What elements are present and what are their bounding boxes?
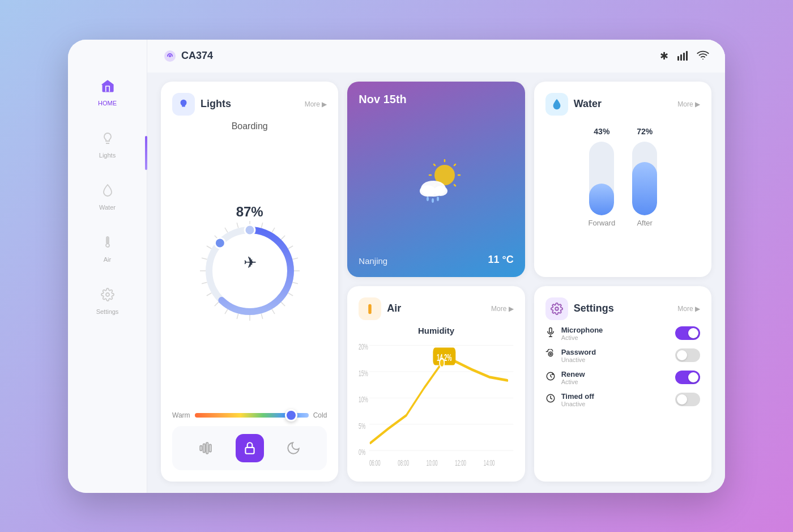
sidebar-item-air[interactable]: Air	[76, 224, 139, 271]
settings-card: Settings More ▶	[534, 286, 711, 482]
weather-icon	[359, 110, 513, 254]
slider-thumb[interactable]	[285, 409, 297, 422]
water-after-label: After	[637, 219, 652, 227]
water-forward-label: Forward	[588, 219, 615, 227]
brand-name: CA374	[181, 50, 213, 62]
air-more[interactable]: More ▶	[491, 305, 514, 313]
lock-button[interactable]	[236, 434, 264, 462]
device-frame: HOME Lights Water	[68, 40, 725, 493]
svg-text:10%: 10%	[359, 394, 368, 404]
svg-line-22	[202, 282, 207, 284]
svg-text:12:00: 12:00	[455, 458, 467, 467]
main-content: CA374 ✱	[147, 40, 725, 493]
color-slider[interactable]: Warm Cold	[172, 411, 327, 419]
svg-point-52	[432, 198, 434, 203]
home-icon	[97, 76, 118, 96]
svg-point-53	[437, 197, 439, 201]
svg-line-25	[206, 246, 211, 249]
sidebar-item-home[interactable]: HOME	[76, 68, 139, 114]
svg-line-27	[225, 227, 228, 232]
sidebar-water-label: Water	[99, 204, 116, 211]
svg-rect-34	[200, 445, 202, 450]
air-icon	[359, 297, 381, 320]
water-title: Water	[574, 98, 602, 110]
water-card: Water More ▶ 43% Forward 72%	[534, 82, 711, 277]
humidity-title: Humidity	[359, 326, 513, 335]
toggle-password: Password Unactive	[545, 348, 700, 363]
water-after-bar: 72% After	[632, 127, 657, 227]
water-after-fill	[632, 162, 657, 215]
password-toggle[interactable]	[675, 348, 700, 362]
sidebar-lights-label: Lights	[99, 152, 116, 159]
svg-line-24	[202, 258, 207, 259]
svg-text:0%: 0%	[359, 447, 365, 457]
weather-temp: 11 °C	[488, 254, 513, 266]
brightness-button[interactable]	[191, 434, 220, 462]
svg-point-3	[169, 55, 171, 57]
sidebar-item-lights[interactable]: Lights	[76, 120, 139, 167]
timedoff-toggle[interactable]	[675, 393, 700, 406]
renew-toggle[interactable]	[675, 371, 700, 384]
sidebar: HOME Lights Water	[68, 40, 147, 493]
svg-line-44	[454, 164, 455, 165]
warm-label: Warm	[172, 411, 190, 419]
water-icon	[97, 180, 118, 201]
svg-rect-36	[206, 442, 208, 454]
chart-area: 20% 15% 10% 5% 0%	[359, 339, 513, 470]
settings-more[interactable]: More ▶	[677, 305, 700, 313]
brand: CA374	[163, 49, 213, 63]
lights-title: Lights	[201, 98, 231, 110]
air-card: Air More ▶ Humidity 20% 15% 10% 5% 0%	[347, 286, 525, 482]
sidebar-item-settings[interactable]: Settings	[76, 276, 139, 323]
water-forward-bar: 43% Forward	[588, 127, 615, 227]
renew-name: Renew	[561, 370, 585, 378]
svg-point-1	[106, 293, 109, 296]
microphone-toggle[interactable]	[675, 326, 700, 340]
svg-line-10	[292, 258, 298, 259]
slider-bar[interactable]	[195, 413, 309, 418]
svg-line-12	[292, 282, 298, 284]
svg-rect-35	[203, 444, 205, 452]
moon-button[interactable]	[279, 434, 308, 462]
svg-line-7	[272, 227, 275, 232]
password-name: Password	[561, 348, 596, 356]
svg-text:08:00: 08:00	[398, 458, 410, 467]
renew-icon	[545, 371, 556, 384]
lights-icon	[172, 93, 195, 116]
lights-subtitle: Boarding	[172, 121, 327, 131]
signal-icon	[677, 51, 688, 61]
svg-point-74	[555, 307, 558, 310]
weather-bottom: Nanjing 11 °C	[359, 254, 513, 266]
password-status: Unactive	[561, 356, 596, 363]
toggle-timedoff: Timed off Unactive	[545, 392, 700, 407]
lights-more[interactable]: More ▶	[305, 100, 327, 108]
humidity-chart: 20% 15% 10% 5% 0%	[359, 339, 513, 470]
bulb-icon	[97, 128, 118, 148]
sidebar-item-water[interactable]: Water	[76, 172, 139, 219]
svg-text:14:00: 14:00	[484, 458, 495, 467]
svg-rect-75	[549, 327, 552, 333]
svg-point-55	[369, 310, 372, 314]
status-icons: ✱	[660, 49, 709, 63]
svg-text:✈: ✈	[243, 254, 256, 271]
svg-line-16	[261, 313, 263, 319]
toggle-list: Microphone Active	[545, 326, 700, 407]
svg-line-8	[281, 235, 285, 239]
air-header: Air More ▶	[359, 297, 513, 320]
svg-text:20%: 20%	[359, 342, 368, 351]
water-forward-fill	[589, 184, 614, 215]
renew-status: Active	[561, 378, 585, 385]
settings-header: Settings More ▶	[545, 297, 700, 320]
timedoff-icon	[545, 393, 556, 406]
water-header: Water More ▶	[545, 93, 700, 116]
svg-text:15%: 15%	[359, 368, 368, 378]
water-more[interactable]: More ▶	[677, 100, 700, 108]
bottom-icons	[172, 426, 327, 470]
svg-line-19	[225, 309, 228, 314]
svg-line-6	[261, 222, 263, 228]
air-title: Air	[387, 303, 401, 314]
svg-line-15	[272, 309, 275, 314]
topbar: CA374 ✱	[147, 40, 725, 73]
dial-percent: 87%	[236, 204, 263, 220]
dial-svg: ✈	[193, 214, 306, 327]
